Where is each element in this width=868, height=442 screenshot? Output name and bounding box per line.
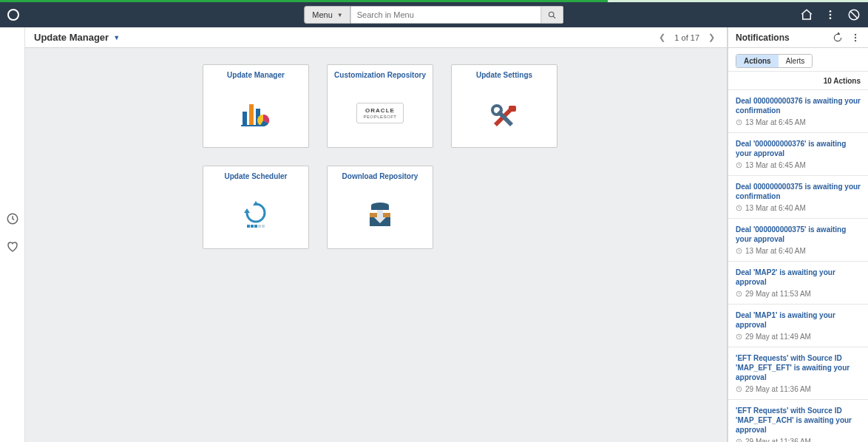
notifications-panel: Notifications Actions Alerts 10 Actions …	[728, 27, 868, 442]
notification-item-title[interactable]: Deal 000000000376 is awaiting your confi…	[736, 96, 861, 115]
notification-item-time: 13 Mar at 6:40 AM	[736, 204, 861, 212]
notifications-count: 10 Actions	[824, 77, 861, 85]
tile-update-settings[interactable]: Update Settings	[451, 64, 557, 148]
tile-title: Update Manager	[227, 71, 285, 79]
main-area: Update Manager ▼ ❮ 1 of 17 ❯ Update Mana…	[25, 27, 728, 442]
svg-point-2	[830, 10, 832, 13]
notification-item[interactable]: Deal '000000000376' is awaiting your app…	[728, 133, 868, 176]
kebab-icon[interactable]	[850, 33, 861, 43]
page-title-dropdown[interactable]: Update Manager ▼	[34, 32, 120, 43]
home-icon[interactable]	[800, 8, 813, 21]
svg-rect-12	[241, 125, 263, 126]
page-body: Update Manager ▼ ❮ 1 of 17 ❯ Update Mana…	[0, 27, 868, 442]
notification-item-time: 13 Mar at 6:40 AM	[736, 247, 861, 255]
bar-chart-icon	[238, 79, 274, 147]
svg-rect-13	[509, 106, 516, 112]
notification-item-title[interactable]: Deal '000000000376' is awaiting your app…	[736, 139, 861, 158]
notification-item[interactable]: Deal 000000000376 is awaiting your confi…	[728, 90, 868, 133]
page-title: Update Manager	[34, 32, 109, 43]
oracle-peoplesoft-logo: ORACLE PEOPLESOFT	[356, 79, 403, 147]
refresh-icon[interactable]	[833, 33, 843, 43]
tile-title: Customization Repository	[334, 71, 426, 79]
topbar: Menu ▼	[0, 2, 868, 27]
notifications-title: Notifications	[736, 33, 790, 43]
notification-item-time: 13 Mar at 6:45 AM	[736, 161, 861, 169]
search-input[interactable]	[351, 10, 541, 19]
tile-title: Update Scheduler	[224, 172, 287, 180]
svg-marker-15	[244, 208, 250, 213]
notifications-tabs-row: Actions Alerts	[728, 48, 868, 72]
search-button[interactable]	[541, 7, 563, 23]
pager-prev[interactable]: ❮	[656, 31, 668, 44]
svg-rect-20	[258, 225, 261, 228]
notification-item-title[interactable]: Deal 'MAP1' is awaiting your approval	[736, 310, 861, 330]
oracle-text: ORACLE	[363, 107, 396, 114]
svg-rect-8	[243, 112, 247, 125]
caret-down-icon: ▼	[337, 12, 343, 18]
notification-item-title[interactable]: 'EFT Requests' with Source ID 'MAP_EFT_E…	[736, 353, 861, 382]
svg-rect-18	[251, 225, 254, 228]
notification-item[interactable]: Deal 'MAP1' is awaiting your approval29 …	[728, 305, 868, 347]
pager-next[interactable]: ❯	[705, 31, 718, 44]
sync-progress-icon	[238, 180, 274, 248]
menu-label: Menu	[312, 10, 333, 19]
notification-item-time: 29 May at 11:36 AM	[736, 385, 861, 393]
pager: ❮ 1 of 17 ❯	[656, 31, 718, 44]
svg-point-0	[549, 12, 555, 17]
notification-item-title[interactable]: 'EFT Requests' with Source ID 'MAP_EFT_A…	[736, 406, 861, 435]
tile-update-scheduler[interactable]: Update Scheduler	[203, 166, 309, 249]
notification-item-title[interactable]: Deal 'MAP2' is awaiting your approval	[736, 268, 861, 287]
topbar-right	[800, 8, 861, 21]
menu-button[interactable]: Menu ▼	[304, 6, 350, 24]
tab-actions[interactable]: Actions	[736, 55, 779, 67]
download-box-icon	[362, 180, 398, 248]
tile-row: Update Scheduler	[203, 166, 727, 249]
notification-item-title[interactable]: Deal '000000000375' is awaiting your app…	[736, 225, 861, 244]
topbar-center: Menu ▼	[304, 6, 563, 24]
notification-item[interactable]: Deal 000000000375 is awaiting your confi…	[728, 176, 868, 219]
tile-update-manager[interactable]: Update Manager	[203, 64, 309, 148]
svg-rect-17	[247, 225, 250, 228]
tile-row: Update Manager Cus	[203, 64, 727, 148]
svg-line-6	[850, 11, 858, 19]
left-rail	[0, 27, 25, 442]
kebab-icon[interactable]	[824, 8, 837, 21]
notifications-list[interactable]: Deal 000000000376 is awaiting your confi…	[728, 90, 868, 442]
notification-item-time: 29 May at 11:49 AM	[736, 333, 861, 341]
svg-rect-9	[249, 104, 254, 125]
tools-icon	[486, 79, 522, 147]
tile-customization-repository[interactable]: Customization Repository ORACLE PEOPLESO…	[327, 64, 433, 148]
tab-alerts[interactable]: Alerts	[779, 55, 813, 67]
favorite-icon[interactable]	[6, 240, 19, 254]
recent-icon[interactable]	[6, 212, 19, 225]
svg-point-28	[855, 33, 856, 35]
search-icon	[548, 10, 557, 20]
notification-item-time: 29 May at 11:36 AM	[736, 438, 861, 442]
svg-point-29	[855, 36, 856, 38]
app-logo[interactable]	[7, 9, 19, 21]
svg-rect-21	[262, 225, 265, 228]
notifications-tabs: Actions Alerts	[736, 54, 813, 68]
no-entry-icon[interactable]	[847, 8, 861, 21]
caret-down-icon: ▼	[113, 34, 120, 41]
notification-item-time: 29 May at 11:53 AM	[736, 290, 861, 298]
notification-item[interactable]: 'EFT Requests' with Source ID 'MAP_EFT_E…	[728, 347, 868, 400]
tiles-area: Update Manager Cus	[25, 48, 727, 442]
tile-title: Download Repository	[342, 172, 418, 180]
tile-title: Update Settings	[476, 71, 532, 79]
svg-point-14	[492, 106, 501, 115]
peoplesoft-text: PEOPLESOFT	[363, 115, 396, 119]
notification-item-title[interactable]: Deal 000000000375 is awaiting your confi…	[736, 182, 861, 201]
main-header: Update Manager ▼ ❮ 1 of 17 ❯	[25, 27, 727, 48]
notification-item-time: 13 Mar at 6:45 AM	[736, 118, 861, 126]
notification-item[interactable]: 'EFT Requests' with Source ID 'MAP_EFT_A…	[728, 400, 868, 442]
svg-rect-19	[254, 225, 257, 228]
svg-point-30	[855, 39, 856, 41]
notification-item[interactable]: Deal '000000000375' is awaiting your app…	[728, 219, 868, 262]
svg-point-3	[830, 14, 832, 16]
notification-item[interactable]: Deal 'MAP2' is awaiting your approval29 …	[728, 262, 868, 305]
tile-download-repository[interactable]: Download Repository	[327, 166, 433, 249]
pager-text: 1 of 17	[674, 33, 699, 42]
svg-point-4	[830, 17, 832, 19]
svg-rect-26	[377, 210, 383, 217]
